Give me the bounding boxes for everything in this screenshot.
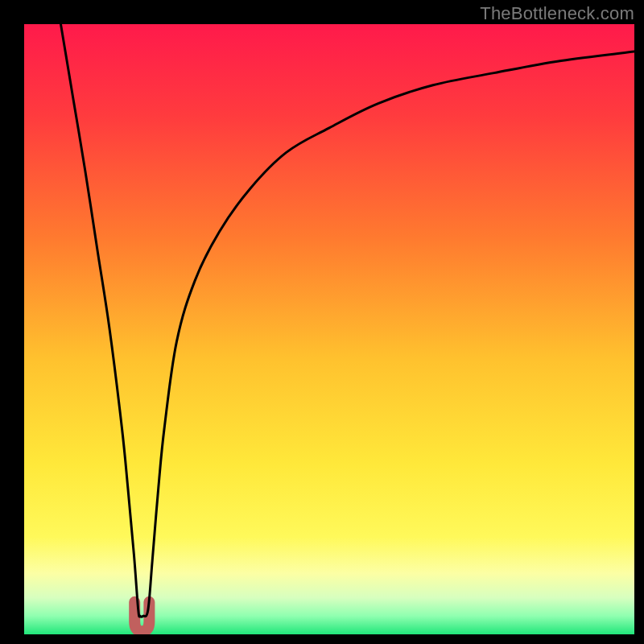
- outer-frame: TheBottleneck.com: [0, 0, 644, 644]
- gradient-background: [24, 24, 634, 634]
- plot-area: [24, 24, 634, 634]
- credit-label: TheBottleneck.com: [480, 3, 634, 24]
- chart-svg: [24, 24, 634, 634]
